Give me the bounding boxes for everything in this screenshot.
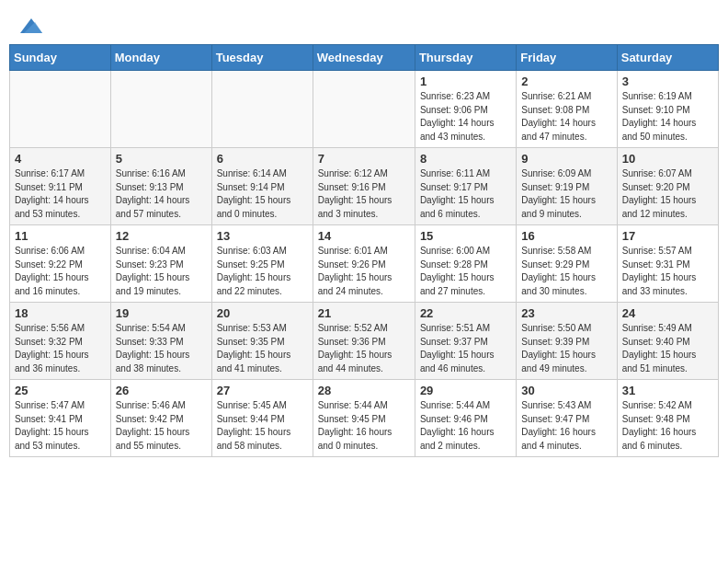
day-number: 12 <box>116 229 207 243</box>
day-number: 8 <box>420 152 511 166</box>
day-info: Sunrise: 6:14 AM Sunset: 9:14 PM Dayligh… <box>217 167 308 221</box>
day-number: 11 <box>15 229 106 243</box>
calendar-cell: 13Sunrise: 6:03 AM Sunset: 9:25 PM Dayli… <box>211 225 313 303</box>
day-info: Sunrise: 5:52 AM Sunset: 9:36 PM Dayligh… <box>318 322 410 375</box>
day-info: Sunrise: 5:54 AM Sunset: 9:33 PM Dayligh… <box>116 322 207 375</box>
day-number: 9 <box>521 152 611 166</box>
logo <box>18 17 42 39</box>
day-number: 5 <box>116 152 207 166</box>
day-number: 13 <box>217 229 308 243</box>
day-info: Sunrise: 6:09 AM Sunset: 9:19 PM Dayligh… <box>521 167 611 221</box>
day-info: Sunrise: 5:42 AM Sunset: 9:48 PM Dayligh… <box>622 399 713 453</box>
calendar-cell: 24Sunrise: 5:49 AM Sunset: 9:40 PM Dayli… <box>617 303 718 380</box>
calendar-cell <box>211 71 313 148</box>
day-info: Sunrise: 6:23 AM Sunset: 9:06 PM Dayligh… <box>420 90 511 144</box>
calendar-week-row: 4Sunrise: 6:17 AM Sunset: 9:11 PM Daylig… <box>10 148 719 225</box>
calendar-cell: 4Sunrise: 6:17 AM Sunset: 9:11 PM Daylig… <box>10 148 111 225</box>
calendar-cell: 15Sunrise: 6:00 AM Sunset: 9:28 PM Dayli… <box>415 225 516 303</box>
calendar-cell: 12Sunrise: 6:04 AM Sunset: 9:23 PM Dayli… <box>110 225 211 303</box>
day-of-week-header: Sunday <box>10 45 111 71</box>
day-info: Sunrise: 5:46 AM Sunset: 9:42 PM Dayligh… <box>116 399 207 453</box>
calendar-cell: 8Sunrise: 6:11 AM Sunset: 9:17 PM Daylig… <box>415 148 516 225</box>
calendar-cell: 7Sunrise: 6:12 AM Sunset: 9:16 PM Daylig… <box>313 148 415 225</box>
calendar-week-row: 25Sunrise: 5:47 AM Sunset: 9:41 PM Dayli… <box>10 380 719 457</box>
calendar-cell: 3Sunrise: 6:19 AM Sunset: 9:10 PM Daylig… <box>617 71 718 148</box>
calendar-cell: 9Sunrise: 6:09 AM Sunset: 9:19 PM Daylig… <box>517 148 617 225</box>
day-number: 28 <box>318 384 410 397</box>
day-number: 18 <box>15 306 106 320</box>
day-info: Sunrise: 6:06 AM Sunset: 9:22 PM Dayligh… <box>15 245 106 298</box>
day-info: Sunrise: 5:43 AM Sunset: 9:47 PM Dayligh… <box>521 399 611 453</box>
day-number: 22 <box>420 306 511 320</box>
calendar-cell: 29Sunrise: 5:44 AM Sunset: 9:46 PM Dayli… <box>415 380 516 457</box>
calendar-header-row: SundayMondayTuesdayWednesdayThursdayFrid… <box>10 45 719 71</box>
calendar-cell: 1Sunrise: 6:23 AM Sunset: 9:06 PM Daylig… <box>415 71 516 148</box>
calendar-cell: 5Sunrise: 6:16 AM Sunset: 9:13 PM Daylig… <box>110 148 211 225</box>
calendar-header <box>9 9 719 44</box>
calendar-cell: 27Sunrise: 5:45 AM Sunset: 9:44 PM Dayli… <box>211 380 313 457</box>
day-info: Sunrise: 6:00 AM Sunset: 9:28 PM Dayligh… <box>420 245 511 298</box>
calendar-week-row: 1Sunrise: 6:23 AM Sunset: 9:06 PM Daylig… <box>10 71 719 148</box>
day-info: Sunrise: 6:03 AM Sunset: 9:25 PM Dayligh… <box>217 245 308 298</box>
day-number: 3 <box>622 75 713 88</box>
day-number: 20 <box>217 306 308 320</box>
day-number: 29 <box>420 384 511 397</box>
day-info: Sunrise: 5:53 AM Sunset: 9:35 PM Dayligh… <box>217 322 308 375</box>
calendar-cell <box>10 71 111 148</box>
calendar-cell: 31Sunrise: 5:42 AM Sunset: 9:48 PM Dayli… <box>617 380 718 457</box>
day-number: 15 <box>420 229 511 243</box>
day-info: Sunrise: 6:19 AM Sunset: 9:10 PM Dayligh… <box>622 90 713 144</box>
calendar-cell: 19Sunrise: 5:54 AM Sunset: 9:33 PM Dayli… <box>110 303 211 380</box>
day-info: Sunrise: 5:49 AM Sunset: 9:40 PM Dayligh… <box>622 322 713 375</box>
day-number: 7 <box>318 152 410 166</box>
day-number: 24 <box>622 306 713 320</box>
calendar-cell: 25Sunrise: 5:47 AM Sunset: 9:41 PM Dayli… <box>10 380 111 457</box>
day-number: 6 <box>217 152 308 166</box>
day-info: Sunrise: 6:16 AM Sunset: 9:13 PM Dayligh… <box>116 167 207 221</box>
day-number: 1 <box>420 75 511 88</box>
day-of-week-header: Saturday <box>617 45 718 71</box>
day-number: 4 <box>15 152 106 166</box>
day-of-week-header: Monday <box>110 45 211 71</box>
calendar-cell: 30Sunrise: 5:43 AM Sunset: 9:47 PM Dayli… <box>517 380 617 457</box>
day-of-week-header: Tuesday <box>211 45 313 71</box>
calendar-cell: 26Sunrise: 5:46 AM Sunset: 9:42 PM Dayli… <box>110 380 211 457</box>
day-info: Sunrise: 6:07 AM Sunset: 9:20 PM Dayligh… <box>622 167 713 221</box>
day-number: 2 <box>521 75 611 88</box>
calendar-cell: 6Sunrise: 6:14 AM Sunset: 9:14 PM Daylig… <box>211 148 313 225</box>
day-info: Sunrise: 5:47 AM Sunset: 9:41 PM Dayligh… <box>15 399 106 453</box>
day-info: Sunrise: 6:04 AM Sunset: 9:23 PM Dayligh… <box>116 245 207 298</box>
day-number: 26 <box>116 384 207 397</box>
day-info: Sunrise: 5:44 AM Sunset: 9:46 PM Dayligh… <box>420 399 511 453</box>
day-info: Sunrise: 5:51 AM Sunset: 9:37 PM Dayligh… <box>420 322 511 375</box>
calendar-cell: 17Sunrise: 5:57 AM Sunset: 9:31 PM Dayli… <box>617 225 718 303</box>
day-of-week-header: Friday <box>517 45 617 71</box>
day-info: Sunrise: 6:21 AM Sunset: 9:08 PM Dayligh… <box>521 90 611 144</box>
day-info: Sunrise: 6:11 AM Sunset: 9:17 PM Dayligh… <box>420 167 511 221</box>
calendar-cell: 18Sunrise: 5:56 AM Sunset: 9:32 PM Dayli… <box>10 303 111 380</box>
day-info: Sunrise: 5:50 AM Sunset: 9:39 PM Dayligh… <box>521 322 611 375</box>
calendar-table: SundayMondayTuesdayWednesdayThursdayFrid… <box>9 44 719 457</box>
day-info: Sunrise: 5:56 AM Sunset: 9:32 PM Dayligh… <box>15 322 106 375</box>
calendar-cell: 14Sunrise: 6:01 AM Sunset: 9:26 PM Dayli… <box>313 225 415 303</box>
day-info: Sunrise: 5:58 AM Sunset: 9:29 PM Dayligh… <box>521 245 611 298</box>
day-number: 31 <box>622 384 713 397</box>
day-of-week-header: Thursday <box>415 45 516 71</box>
calendar-cell: 10Sunrise: 6:07 AM Sunset: 9:20 PM Dayli… <box>617 148 718 225</box>
calendar-cell: 11Sunrise: 6:06 AM Sunset: 9:22 PM Dayli… <box>10 225 111 303</box>
day-number: 17 <box>622 229 713 243</box>
calendar-cell <box>110 71 211 148</box>
calendar-cell: 28Sunrise: 5:44 AM Sunset: 9:45 PM Dayli… <box>313 380 415 457</box>
day-of-week-header: Wednesday <box>313 45 415 71</box>
day-number: 10 <box>622 152 713 166</box>
day-info: Sunrise: 5:44 AM Sunset: 9:45 PM Dayligh… <box>318 399 410 453</box>
calendar-cell: 16Sunrise: 5:58 AM Sunset: 9:29 PM Dayli… <box>517 225 617 303</box>
calendar-cell: 22Sunrise: 5:51 AM Sunset: 9:37 PM Dayli… <box>415 303 516 380</box>
day-number: 27 <box>217 384 308 397</box>
day-number: 25 <box>15 384 106 397</box>
day-number: 21 <box>318 306 410 320</box>
day-number: 23 <box>521 306 611 320</box>
calendar-cell: 2Sunrise: 6:21 AM Sunset: 9:08 PM Daylig… <box>517 71 617 148</box>
day-number: 14 <box>318 229 410 243</box>
day-number: 19 <box>116 306 207 320</box>
